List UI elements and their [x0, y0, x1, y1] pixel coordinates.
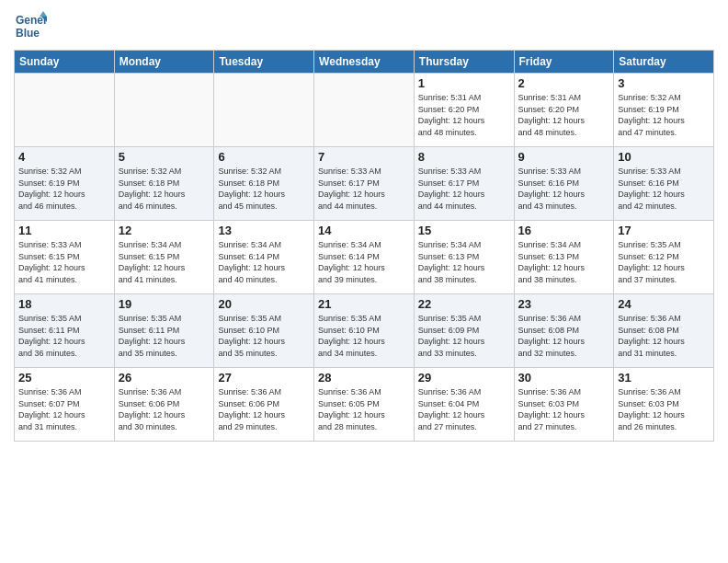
day-number: 19 [119, 297, 210, 311]
calendar-cell: 18Sunrise: 5:35 AM Sunset: 6:11 PM Dayli… [15, 294, 115, 368]
day-info: Sunrise: 5:33 AM Sunset: 6:15 PM Dayligh… [18, 239, 110, 285]
day-info: Sunrise: 5:33 AM Sunset: 6:16 PM Dayligh… [618, 166, 710, 212]
day-info: Sunrise: 5:36 AM Sunset: 6:05 PM Dayligh… [318, 386, 410, 432]
day-info: Sunrise: 5:35 AM Sunset: 6:10 PM Dayligh… [218, 313, 310, 359]
weekday-header-row: SundayMondayTuesdayWednesdayThursdayFrid… [15, 51, 714, 74]
calendar-cell: 24Sunrise: 5:36 AM Sunset: 6:08 PM Dayli… [614, 294, 714, 368]
calendar-week-1: 1Sunrise: 5:31 AM Sunset: 6:20 PM Daylig… [15, 74, 714, 147]
day-info: Sunrise: 5:34 AM Sunset: 6:13 PM Dayligh… [518, 239, 610, 285]
calendar-cell: 12Sunrise: 5:34 AM Sunset: 6:15 PM Dayli… [114, 221, 214, 294]
page: General Blue SundayMondayTuesdayWednesda… [0, 0, 728, 563]
calendar-cell: 13Sunrise: 5:34 AM Sunset: 6:14 PM Dayli… [214, 221, 314, 294]
day-info: Sunrise: 5:33 AM Sunset: 6:16 PM Dayligh… [518, 166, 610, 212]
day-info: Sunrise: 5:36 AM Sunset: 6:04 PM Dayligh… [418, 386, 510, 432]
calendar-cell: 25Sunrise: 5:36 AM Sunset: 6:07 PM Dayli… [15, 368, 115, 442]
logo: General Blue [14, 9, 51, 42]
calendar-week-4: 18Sunrise: 5:35 AM Sunset: 6:11 PM Dayli… [15, 294, 714, 368]
day-number: 23 [518, 297, 610, 311]
day-info: Sunrise: 5:36 AM Sunset: 6:06 PM Dayligh… [119, 386, 210, 432]
day-info: Sunrise: 5:33 AM Sunset: 6:17 PM Dayligh… [418, 166, 510, 212]
day-number: 27 [218, 371, 310, 385]
calendar-cell: 27Sunrise: 5:36 AM Sunset: 6:06 PM Dayli… [214, 368, 314, 442]
day-number: 28 [318, 371, 410, 385]
day-number: 21 [318, 297, 410, 311]
day-number: 7 [318, 150, 410, 164]
day-number: 30 [518, 371, 610, 385]
day-number: 8 [418, 150, 510, 164]
calendar-cell: 6Sunrise: 5:32 AM Sunset: 6:18 PM Daylig… [214, 147, 314, 221]
day-info: Sunrise: 5:36 AM Sunset: 6:07 PM Dayligh… [18, 386, 110, 432]
weekday-header-monday: Monday [114, 51, 214, 74]
day-number: 16 [518, 224, 610, 237]
day-info: Sunrise: 5:36 AM Sunset: 6:08 PM Dayligh… [518, 313, 610, 359]
day-info: Sunrise: 5:34 AM Sunset: 6:14 PM Dayligh… [218, 239, 310, 285]
day-number: 29 [418, 371, 510, 385]
calendar-cell: 22Sunrise: 5:35 AM Sunset: 6:09 PM Dayli… [414, 294, 514, 368]
calendar-cell: 4Sunrise: 5:32 AM Sunset: 6:19 PM Daylig… [15, 147, 115, 221]
day-info: Sunrise: 5:36 AM Sunset: 6:03 PM Dayligh… [618, 386, 710, 432]
calendar-cell: 15Sunrise: 5:34 AM Sunset: 6:13 PM Dayli… [414, 221, 514, 294]
calendar-cell: 14Sunrise: 5:34 AM Sunset: 6:14 PM Dayli… [314, 221, 415, 294]
day-number: 14 [318, 224, 410, 237]
day-number: 3 [618, 76, 710, 90]
day-number: 15 [418, 224, 510, 237]
day-info: Sunrise: 5:34 AM Sunset: 6:13 PM Dayligh… [418, 239, 510, 285]
day-number: 6 [218, 150, 310, 164]
day-info: Sunrise: 5:34 AM Sunset: 6:15 PM Dayligh… [119, 239, 210, 285]
calendar-cell: 10Sunrise: 5:33 AM Sunset: 6:16 PM Dayli… [614, 147, 714, 221]
day-info: Sunrise: 5:35 AM Sunset: 6:09 PM Dayligh… [418, 313, 510, 359]
calendar-cell: 31Sunrise: 5:36 AM Sunset: 6:03 PM Dayli… [614, 368, 714, 442]
day-info: Sunrise: 5:34 AM Sunset: 6:14 PM Dayligh… [318, 239, 410, 285]
calendar-cell: 1Sunrise: 5:31 AM Sunset: 6:20 PM Daylig… [414, 74, 514, 147]
weekday-header-tuesday: Tuesday [214, 51, 314, 74]
calendar-cell: 19Sunrise: 5:35 AM Sunset: 6:11 PM Dayli… [114, 294, 214, 368]
calendar-cell: 9Sunrise: 5:33 AM Sunset: 6:16 PM Daylig… [514, 147, 614, 221]
day-number: 9 [518, 150, 610, 164]
day-number: 11 [18, 224, 110, 237]
day-number: 31 [618, 371, 710, 385]
day-info: Sunrise: 5:32 AM Sunset: 6:18 PM Dayligh… [119, 166, 210, 212]
day-number: 18 [18, 297, 110, 311]
calendar-cell: 8Sunrise: 5:33 AM Sunset: 6:17 PM Daylig… [414, 147, 514, 221]
day-number: 24 [618, 297, 710, 311]
calendar-cell: 17Sunrise: 5:35 AM Sunset: 6:12 PM Dayli… [614, 221, 714, 294]
day-info: Sunrise: 5:32 AM Sunset: 6:19 PM Dayligh… [18, 166, 110, 212]
day-info: Sunrise: 5:33 AM Sunset: 6:17 PM Dayligh… [318, 166, 410, 212]
calendar-cell: 2Sunrise: 5:31 AM Sunset: 6:20 PM Daylig… [514, 74, 614, 147]
day-number: 22 [418, 297, 510, 311]
weekday-header-thursday: Thursday [414, 51, 514, 74]
day-number: 20 [218, 297, 310, 311]
day-info: Sunrise: 5:36 AM Sunset: 6:08 PM Dayligh… [618, 313, 710, 359]
day-info: Sunrise: 5:35 AM Sunset: 6:11 PM Dayligh… [18, 313, 110, 359]
day-info: Sunrise: 5:31 AM Sunset: 6:20 PM Dayligh… [518, 92, 610, 138]
day-number: 4 [18, 150, 110, 164]
day-number: 10 [618, 150, 710, 164]
day-info: Sunrise: 5:35 AM Sunset: 6:10 PM Dayligh… [318, 313, 410, 359]
calendar-cell: 21Sunrise: 5:35 AM Sunset: 6:10 PM Dayli… [314, 294, 415, 368]
day-info: Sunrise: 5:36 AM Sunset: 6:03 PM Dayligh… [518, 386, 610, 432]
day-number: 5 [119, 150, 210, 164]
calendar-cell [314, 74, 415, 147]
day-number: 25 [18, 371, 110, 385]
day-info: Sunrise: 5:35 AM Sunset: 6:12 PM Dayligh… [618, 239, 710, 285]
weekday-header-friday: Friday [514, 51, 614, 74]
calendar-week-3: 11Sunrise: 5:33 AM Sunset: 6:15 PM Dayli… [15, 221, 714, 294]
calendar-cell: 20Sunrise: 5:35 AM Sunset: 6:10 PM Dayli… [214, 294, 314, 368]
calendar-cell: 23Sunrise: 5:36 AM Sunset: 6:08 PM Dayli… [514, 294, 614, 368]
calendar-cell [214, 74, 314, 147]
day-number: 1 [418, 76, 510, 90]
day-info: Sunrise: 5:32 AM Sunset: 6:18 PM Dayligh… [218, 166, 310, 212]
weekday-header-saturday: Saturday [614, 51, 714, 74]
day-info: Sunrise: 5:31 AM Sunset: 6:20 PM Dayligh… [418, 92, 510, 138]
calendar-cell [15, 74, 115, 147]
day-number: 26 [119, 371, 210, 385]
calendar-week-5: 25Sunrise: 5:36 AM Sunset: 6:07 PM Dayli… [15, 368, 714, 442]
calendar-cell: 7Sunrise: 5:33 AM Sunset: 6:17 PM Daylig… [314, 147, 415, 221]
day-number: 17 [618, 224, 710, 237]
day-info: Sunrise: 5:36 AM Sunset: 6:06 PM Dayligh… [218, 386, 310, 432]
calendar-table: SundayMondayTuesdayWednesdayThursdayFrid… [14, 50, 714, 442]
weekday-header-wednesday: Wednesday [314, 51, 415, 74]
calendar-cell: 16Sunrise: 5:34 AM Sunset: 6:13 PM Dayli… [514, 221, 614, 294]
day-number: 2 [518, 76, 610, 90]
calendar-cell: 30Sunrise: 5:36 AM Sunset: 6:03 PM Dayli… [514, 368, 614, 442]
